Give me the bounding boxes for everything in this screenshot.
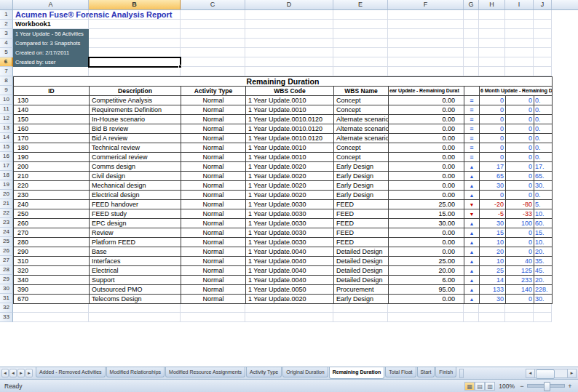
page-layout-view-icon[interactable]: ▤ bbox=[475, 382, 485, 391]
cell-activity-type[interactable]: Normal bbox=[181, 115, 246, 124]
cell-activity-type[interactable]: Normal bbox=[181, 285, 246, 295]
cell-delta[interactable]: 30 bbox=[480, 181, 506, 191]
row-header-4[interactable]: 4 bbox=[0, 39, 13, 48]
row-header-24[interactable]: 24 bbox=[0, 228, 13, 237]
cell-percent-change[interactable]: 0 bbox=[506, 115, 534, 124]
cell-trend[interactable]: ≡ bbox=[464, 105, 480, 115]
sheet-tab-original-duration[interactable]: Original Duration bbox=[282, 367, 328, 377]
cell-wbs-code[interactable]: 1 Year Update.0020 bbox=[246, 172, 334, 181]
cell-trend[interactable]: ▲ bbox=[464, 257, 480, 266]
cell-wbs-code[interactable]: 1 Year Update.0040 bbox=[246, 276, 334, 285]
table-header-cell[interactable]: WBS Code bbox=[246, 87, 334, 96]
cell-wbs-code[interactable]: 1 Year Update.0030 bbox=[246, 228, 334, 238]
cell-wbs-code[interactable]: 1 Year Update.0010.0120 bbox=[246, 124, 334, 134]
cell-delta[interactable]: 14 bbox=[480, 276, 506, 285]
cell-trend[interactable]: ≡ bbox=[464, 124, 480, 134]
cell-activity-id[interactable]: 340 bbox=[14, 276, 90, 285]
cell-wbs-name[interactable]: FEED bbox=[334, 209, 389, 219]
zoom-level[interactable]: 100% bbox=[499, 383, 515, 390]
cell-delta[interactable]: -20 bbox=[480, 200, 506, 209]
cell-delta[interactable]: -5 bbox=[480, 209, 506, 219]
cell-remaining-duration[interactable]: 0.00 bbox=[389, 238, 464, 247]
cell-percent-change[interactable]: 0 bbox=[506, 143, 534, 153]
cell-delta[interactable]: 0 bbox=[480, 153, 506, 162]
cell-updated-duration[interactable]: 30. bbox=[534, 295, 553, 304]
cell-wbs-code[interactable]: 1 Year Update.0010 bbox=[246, 96, 334, 105]
column-header-F[interactable]: F bbox=[388, 0, 464, 9]
cell-activity-id[interactable]: 160 bbox=[14, 124, 90, 134]
row-header-26[interactable]: 26 bbox=[0, 247, 13, 256]
cell-description[interactable]: FEED study bbox=[90, 209, 181, 219]
cell-description[interactable]: Interfaces bbox=[90, 257, 181, 266]
cell-description[interactable]: Bid A review bbox=[90, 134, 181, 143]
cell-activity-id[interactable]: 240 bbox=[14, 200, 90, 209]
row-header-5[interactable]: 5 bbox=[0, 48, 13, 57]
column-header-G[interactable]: G bbox=[464, 0, 479, 9]
row-header-16[interactable]: 16 bbox=[0, 152, 13, 161]
cell-percent-change[interactable]: -33 bbox=[506, 209, 534, 219]
row-header-30[interactable]: 30 bbox=[0, 284, 13, 294]
cell-activity-id[interactable]: 320 bbox=[14, 266, 90, 276]
cell-description[interactable]: Outsourced PMO bbox=[90, 285, 181, 295]
cell-remaining-duration[interactable]: 25.00 bbox=[389, 200, 464, 209]
cell-updated-duration[interactable]: 0. bbox=[534, 96, 553, 105]
cell-updated-duration[interactable]: 20. bbox=[534, 247, 553, 257]
cell-activity-type[interactable]: Normal bbox=[181, 200, 246, 209]
cell-wbs-name[interactable]: Early Design bbox=[334, 181, 389, 191]
tab-splitter-handle[interactable] bbox=[459, 369, 464, 378]
cell-trend[interactable]: ▲ bbox=[464, 247, 480, 257]
table-header-cell[interactable]: ear Update - Remaining Durat bbox=[389, 87, 464, 96]
table-section-title[interactable]: Remaining Duration bbox=[14, 77, 553, 87]
cell-wbs-name[interactable]: Detailed Design bbox=[334, 257, 389, 266]
cell-updated-duration[interactable]: 0. bbox=[534, 105, 553, 115]
cell-trend[interactable]: ▲ bbox=[464, 172, 480, 181]
cell-updated-duration[interactable]: 0. bbox=[534, 134, 553, 143]
first-sheet-button[interactable]: ◄ bbox=[1, 369, 9, 377]
cell-trend[interactable]: ≡ bbox=[464, 96, 480, 105]
cell-remaining-duration[interactable]: 0.00 bbox=[389, 228, 464, 238]
cell-wbs-name[interactable]: Early Design bbox=[334, 191, 389, 200]
cell-trend[interactable]: ▲ bbox=[464, 276, 480, 285]
cell-percent-change[interactable]: 100 bbox=[506, 219, 534, 228]
cell-description[interactable]: Competitive Analysis bbox=[90, 96, 181, 105]
table-header-cell[interactable]: Activity Type bbox=[181, 87, 246, 96]
cell-trend[interactable]: ▲ bbox=[464, 228, 480, 238]
cell-percent-change[interactable]: 0 bbox=[506, 134, 534, 143]
cell-wbs-code[interactable]: 1 Year Update.0040 bbox=[246, 266, 334, 276]
cell-updated-duration[interactable]: 5. bbox=[534, 200, 553, 209]
cell-description[interactable]: Mechanical design bbox=[90, 181, 181, 191]
cell-wbs-name[interactable]: Detailed Design bbox=[334, 276, 389, 285]
next-sheet-button[interactable]: ► bbox=[17, 369, 25, 377]
cell-activity-type[interactable]: Normal bbox=[181, 143, 246, 153]
cell-activity-type[interactable]: Normal bbox=[181, 295, 246, 304]
cell-activity-id[interactable]: 150 bbox=[14, 115, 90, 124]
row-header-29[interactable]: 29 bbox=[0, 275, 13, 284]
column-header-B[interactable]: B bbox=[89, 0, 181, 9]
normal-view-icon[interactable]: ▦ bbox=[464, 382, 475, 391]
cell-activity-id[interactable]: 290 bbox=[14, 247, 90, 257]
cell-description[interactable]: Commerical review bbox=[90, 153, 181, 162]
cell-activity-id[interactable]: 270 bbox=[14, 228, 90, 238]
zoom-slider-track[interactable] bbox=[527, 384, 565, 388]
cell-delta[interactable]: 0 bbox=[480, 124, 506, 134]
cell-wbs-name[interactable]: Concept bbox=[334, 96, 389, 105]
cell-remaining-duration[interactable]: 25.00 bbox=[389, 257, 464, 266]
cell-description[interactable]: EPC design bbox=[90, 219, 181, 228]
cell-delta[interactable]: 65 bbox=[480, 172, 506, 181]
cell-percent-change[interactable]: 0 bbox=[506, 295, 534, 304]
cell-activity-id[interactable]: 170 bbox=[14, 134, 90, 143]
cell-remaining-duration[interactable]: 95.00 bbox=[389, 285, 464, 295]
cell-activity-id[interactable]: 670 bbox=[14, 295, 90, 304]
cell-trend[interactable]: ≡ bbox=[464, 115, 480, 124]
cell-remaining-duration[interactable]: 0.00 bbox=[389, 134, 464, 143]
cell-remaining-duration[interactable]: 20.00 bbox=[389, 266, 464, 276]
table-header-cell[interactable]: WBS Name bbox=[334, 87, 389, 96]
cell-remaining-duration[interactable]: 0.00 bbox=[389, 153, 464, 162]
cell-activity-type[interactable]: Normal bbox=[181, 257, 246, 266]
cell-activity-type[interactable]: Normal bbox=[181, 238, 246, 247]
cell-activity-type[interactable]: Normal bbox=[181, 181, 246, 191]
cell-remaining-duration[interactable]: 0.00 bbox=[389, 295, 464, 304]
cell-created-by[interactable]: Created by: user bbox=[13, 57, 89, 67]
cell-delta[interactable]: 15 bbox=[480, 228, 506, 238]
cell-updated-duration[interactable]: 65. bbox=[534, 172, 553, 181]
